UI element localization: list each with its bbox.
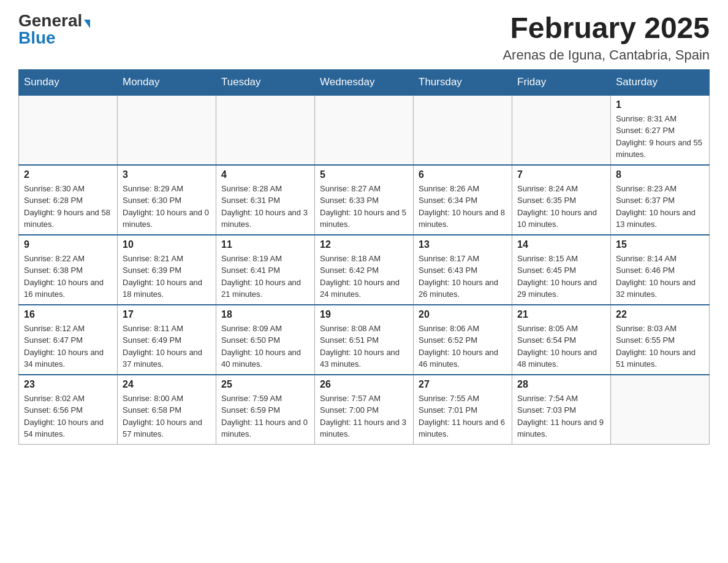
weekday-header-row: Sunday Monday Tuesday Wednesday Thursday… [19,69,710,95]
day-info: Sunrise: 7:55 AMSunset: 7:01 PMDaylight:… [419,393,507,440]
day-cell: 20Sunrise: 8:06 AMSunset: 6:52 PMDayligh… [414,305,512,375]
day-cell: 5Sunrise: 8:27 AMSunset: 6:33 PMDaylight… [315,165,414,235]
day-number: 22 [616,309,704,320]
day-number: 27 [419,379,507,390]
day-cell: 6Sunrise: 8:26 AMSunset: 6:34 PMDaylight… [414,165,512,235]
day-cell [611,375,710,445]
day-number: 5 [320,169,408,180]
header-monday: Monday [118,69,216,95]
day-cell [315,95,414,165]
day-number: 3 [123,169,211,180]
day-number: 6 [419,169,507,180]
day-cell: 16Sunrise: 8:12 AMSunset: 6:47 PMDayligh… [19,305,118,375]
day-cell: 12Sunrise: 8:18 AMSunset: 6:42 PMDayligh… [315,235,414,305]
logo: General Blue [18,12,90,47]
day-cell [19,95,118,165]
day-cell: 25Sunrise: 7:59 AMSunset: 6:59 PMDayligh… [216,375,315,445]
day-cell: 28Sunrise: 7:54 AMSunset: 7:03 PMDayligh… [512,375,611,445]
day-info: Sunrise: 8:28 AMSunset: 6:31 PMDaylight:… [221,183,309,231]
header-wednesday: Wednesday [315,69,414,95]
day-cell: 13Sunrise: 8:17 AMSunset: 6:43 PMDayligh… [414,235,512,305]
day-number: 23 [24,379,112,390]
day-cell: 27Sunrise: 7:55 AMSunset: 7:01 PMDayligh… [414,375,512,445]
day-info: Sunrise: 8:03 AMSunset: 6:55 PMDaylight:… [616,323,704,370]
day-number: 12 [320,239,408,250]
day-cell: 23Sunrise: 8:02 AMSunset: 6:56 PMDayligh… [19,375,118,445]
day-cell: 11Sunrise: 8:19 AMSunset: 6:41 PMDayligh… [216,235,315,305]
week-row-0: 1Sunrise: 8:31 AMSunset: 6:27 PMDaylight… [19,95,710,165]
logo-blue-text: Blue [18,29,56,47]
day-info: Sunrise: 8:08 AMSunset: 6:51 PMDaylight:… [320,323,408,370]
day-cell [512,95,611,165]
logo-triangle-icon [84,20,90,28]
day-cell: 24Sunrise: 8:00 AMSunset: 6:58 PMDayligh… [118,375,216,445]
calendar-table: Sunday Monday Tuesday Wednesday Thursday… [18,69,710,445]
day-cell: 14Sunrise: 8:15 AMSunset: 6:45 PMDayligh… [512,235,611,305]
week-row-3: 16Sunrise: 8:12 AMSunset: 6:47 PMDayligh… [19,305,710,375]
day-info: Sunrise: 8:14 AMSunset: 6:46 PMDaylight:… [616,253,704,301]
day-info: Sunrise: 8:29 AMSunset: 6:30 PMDaylight:… [123,183,211,231]
day-number: 26 [320,379,408,390]
day-cell: 15Sunrise: 8:14 AMSunset: 6:46 PMDayligh… [611,235,710,305]
day-number: 17 [123,309,211,320]
week-row-1: 2Sunrise: 8:30 AMSunset: 6:28 PMDaylight… [19,165,710,235]
day-number: 7 [517,169,605,180]
day-cell: 21Sunrise: 8:05 AMSunset: 6:54 PMDayligh… [512,305,611,375]
title-block: February 2025 Arenas de Iguna, Cantabria… [502,12,710,63]
day-cell: 10Sunrise: 8:21 AMSunset: 6:39 PMDayligh… [118,235,216,305]
day-info: Sunrise: 8:26 AMSunset: 6:34 PMDaylight:… [419,183,507,231]
day-cell: 7Sunrise: 8:24 AMSunset: 6:35 PMDaylight… [512,165,611,235]
day-number: 8 [616,169,704,180]
day-cell: 17Sunrise: 8:11 AMSunset: 6:49 PMDayligh… [118,305,216,375]
day-number: 19 [320,309,408,320]
day-info: Sunrise: 8:31 AMSunset: 6:27 PMDaylight:… [616,113,704,161]
day-info: Sunrise: 7:59 AMSunset: 6:59 PMDaylight:… [221,393,309,440]
day-cell: 3Sunrise: 8:29 AMSunset: 6:30 PMDaylight… [118,165,216,235]
day-number: 9 [24,239,112,250]
day-number: 13 [419,239,507,250]
header-thursday: Thursday [414,69,512,95]
location-subtitle: Arenas de Iguna, Cantabria, Spain [502,47,710,63]
day-info: Sunrise: 8:23 AMSunset: 6:37 PMDaylight:… [616,183,704,231]
day-cell: 4Sunrise: 8:28 AMSunset: 6:31 PMDaylight… [216,165,315,235]
day-info: Sunrise: 8:24 AMSunset: 6:35 PMDaylight:… [517,183,605,231]
day-number: 15 [616,239,704,250]
day-number: 2 [24,169,112,180]
day-number: 10 [123,239,211,250]
day-info: Sunrise: 8:05 AMSunset: 6:54 PMDaylight:… [517,323,605,370]
day-number: 20 [419,309,507,320]
day-number: 18 [221,309,309,320]
header-friday: Friday [512,69,611,95]
page-header: General Blue February 2025 Arenas de Igu… [18,12,710,63]
day-cell: 2Sunrise: 8:30 AMSunset: 6:28 PMDaylight… [19,165,118,235]
day-info: Sunrise: 8:00 AMSunset: 6:58 PMDaylight:… [123,393,211,440]
day-number: 1 [616,99,704,110]
day-info: Sunrise: 8:27 AMSunset: 6:33 PMDaylight:… [320,183,408,231]
day-info: Sunrise: 8:30 AMSunset: 6:28 PMDaylight:… [24,183,112,231]
day-number: 11 [221,239,309,250]
logo-general-row: General [18,12,90,29]
day-number: 4 [221,169,309,180]
day-info: Sunrise: 8:12 AMSunset: 6:47 PMDaylight:… [24,323,112,370]
day-info: Sunrise: 8:22 AMSunset: 6:38 PMDaylight:… [24,253,112,301]
day-info: Sunrise: 8:06 AMSunset: 6:52 PMDaylight:… [419,323,507,370]
day-cell: 19Sunrise: 8:08 AMSunset: 6:51 PMDayligh… [315,305,414,375]
day-info: Sunrise: 8:15 AMSunset: 6:45 PMDaylight:… [517,253,605,301]
day-cell [118,95,216,165]
day-info: Sunrise: 8:09 AMSunset: 6:50 PMDaylight:… [221,323,309,370]
day-info: Sunrise: 8:18 AMSunset: 6:42 PMDaylight:… [320,253,408,301]
day-cell [216,95,315,165]
day-cell: 8Sunrise: 8:23 AMSunset: 6:37 PMDaylight… [611,165,710,235]
day-cell: 26Sunrise: 7:57 AMSunset: 7:00 PMDayligh… [315,375,414,445]
day-cell: 1Sunrise: 8:31 AMSunset: 6:27 PMDaylight… [611,95,710,165]
day-cell [414,95,512,165]
day-number: 25 [221,379,309,390]
day-cell: 22Sunrise: 8:03 AMSunset: 6:55 PMDayligh… [611,305,710,375]
header-sunday: Sunday [19,69,118,95]
day-number: 24 [123,379,211,390]
week-row-2: 9Sunrise: 8:22 AMSunset: 6:38 PMDaylight… [19,235,710,305]
day-number: 14 [517,239,605,250]
day-number: 21 [517,309,605,320]
month-year-title: February 2025 [502,12,710,45]
week-row-4: 23Sunrise: 8:02 AMSunset: 6:56 PMDayligh… [19,375,710,445]
